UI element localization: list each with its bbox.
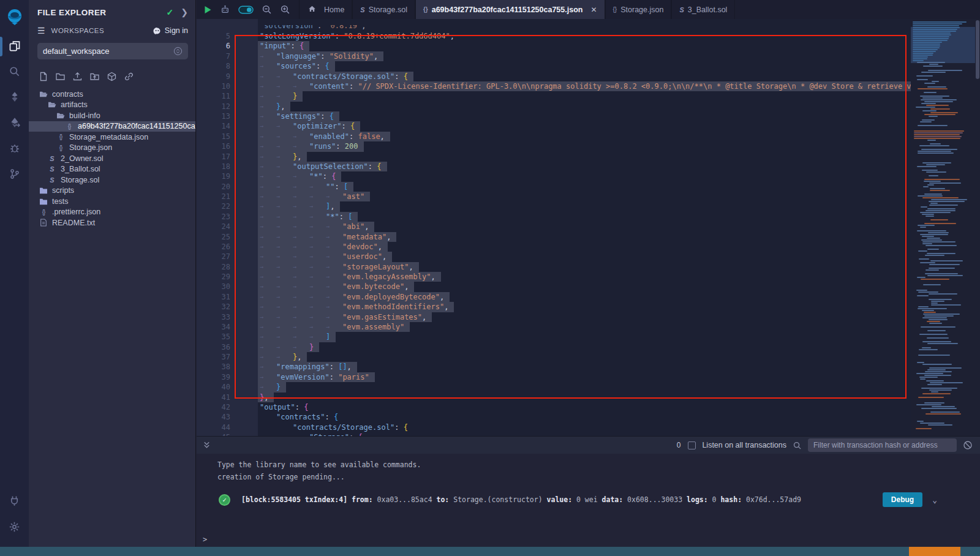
tree-item-3-ballot-sol[interactable]: S3_Ballot.sol — [29, 164, 195, 175]
code-line-39[interactable]: 39→"evmVersion": "paris" — [197, 372, 980, 382]
tree-item-scripts[interactable]: scripts — [29, 186, 195, 197]
code-line-41[interactable]: 41}, — [197, 393, 980, 402]
tree-item-tests[interactable]: tests — [29, 196, 195, 207]
code-line-22[interactable]: 22→→→→], — [197, 201, 980, 211]
line-content: →→→→→"devdoc", — [230, 242, 388, 252]
tree-item-a69b43f277ba20fcac141151250ca7-[interactable]: { }a69b43f277ba20fcac141151250ca7... — [29, 121, 195, 132]
new-folder-icon[interactable] — [55, 72, 66, 81]
file-explorer-icon[interactable] — [0, 36, 29, 56]
code-line-43[interactable]: 43"contracts": { — [197, 412, 980, 422]
code-line-26[interactable]: 26→→→→→"devdoc", — [197, 242, 980, 252]
tx-expand-chevron-icon[interactable]: ⌄ — [932, 495, 937, 505]
code-line-35[interactable]: 35→→→→] — [197, 332, 980, 342]
transaction-row[interactable]: ✓ [block:5583405 txIndex:4] from: 0xa03.… — [197, 492, 980, 507]
code-line-8[interactable]: 8→"sources": { — [197, 61, 980, 71]
code-line-27[interactable]: 27→→→→→"userdoc", — [197, 252, 980, 261]
close-tab-icon[interactable]: ✕ — [590, 6, 597, 14]
chevron-right-icon[interactable]: ❯ — [181, 7, 188, 17]
code-lines[interactable]: "solcVersion": "0.8.19",5"solcLongVersio… — [197, 25, 980, 436]
scrollbar-thumb[interactable] — [976, 20, 979, 79]
code-line-19[interactable]: 19→→→"*": { — [197, 171, 980, 181]
code-line-15[interactable]: 15→→→"enabled": false, — [197, 132, 980, 141]
code-line-9[interactable]: 9→→"contracts/Storage.sol": { — [197, 72, 980, 81]
code-line-6[interactable]: 6"input": { — [197, 41, 980, 51]
code-line-23[interactable]: 23→→→→"*": [ — [197, 212, 980, 222]
tree-item-2-owner-sol[interactable]: S2_Owner.sol — [29, 153, 195, 164]
tree-item-contracts[interactable]: contracts — [29, 89, 195, 100]
code-line-20[interactable]: 20→→→→"": [ — [197, 182, 980, 192]
plugin-manager-icon[interactable] — [0, 490, 29, 511]
settings-gear-icon[interactable] — [0, 516, 29, 537]
code-line-44[interactable]: 44"contracts/Storage.sol": { — [197, 423, 980, 432]
tab-storage-json[interactable]: {}Storage.json — [605, 0, 672, 19]
code-line-25[interactable]: 25→→→→→"metadata", — [197, 232, 980, 242]
hamburger-menu-icon[interactable]: ☰ — [37, 26, 45, 36]
code-line-16[interactable]: 16→→→"runs": 200 — [197, 141, 980, 151]
editor-scrollbar[interactable] — [975, 19, 980, 436]
code-line-10[interactable]: 10→→→"content": "// SPDX-License-Identif… — [197, 81, 980, 91]
code-line-36[interactable]: 36→→→} — [197, 342, 980, 352]
tree-item-storage-metadata-json[interactable]: { }Storage_metadata.json — [29, 132, 195, 143]
debugger-icon[interactable] — [0, 138, 29, 159]
clear-console-icon[interactable] — [963, 440, 973, 450]
code-line-13[interactable]: 13→"settings": { — [197, 111, 980, 121]
tab-storage-sol[interactable]: SStorage.sol — [352, 0, 415, 19]
tab-whitespace-icon: → — [260, 272, 276, 282]
tree-item--prettierrc-json[interactable]: { }.prettierrc.json — [29, 207, 195, 218]
code-line-14[interactable]: 14→→"optimizer": { — [197, 121, 980, 131]
zoom-out-icon[interactable] — [262, 4, 272, 15]
code-line-24[interactable]: 24→→→→→"abi", — [197, 222, 980, 231]
remix-ai-robot-icon[interactable] — [220, 4, 230, 15]
tree-item-storage-json[interactable]: { }Storage.json — [29, 143, 195, 154]
copilot-toggle[interactable] — [238, 5, 254, 15]
tab-3-ballot-sol[interactable]: S3_Ballot.sol — [671, 0, 735, 19]
code-line-30[interactable]: 30→→→→→"evm.bytecode", — [197, 282, 980, 291]
code-line-5[interactable]: 5"solcLongVersion": "0.8.19+commit.7dd6d… — [197, 31, 980, 41]
new-file-icon[interactable] — [39, 72, 48, 81]
code-line-11[interactable]: 11→→} — [197, 91, 980, 101]
code-line-32[interactable]: 32→→→→→"evm.methodIdentifiers", — [197, 302, 980, 312]
code-line-4[interactable]: "solcVersion": "0.8.19", — [197, 25, 980, 31]
code-line-33[interactable]: 33→→→→→"evm.gasEstimates", — [197, 312, 980, 322]
code-editor[interactable]: "solcVersion": "0.8.19",5"solcLongVersio… — [197, 19, 980, 436]
code-line-7[interactable]: 7→"language": "Solidity", — [197, 51, 980, 61]
code-line-34[interactable]: 34→→→→→"evm.assembly" — [197, 322, 980, 332]
tree-item-build-info[interactable]: build-info — [29, 110, 195, 121]
code-line-38[interactable]: 38→"remappings": [], — [197, 362, 980, 372]
upload-file-icon[interactable] — [72, 72, 83, 81]
tree-item-storage-sol[interactable]: SStorage.sol — [29, 175, 195, 186]
debug-button[interactable]: Debug — [883, 492, 922, 507]
code-line-28[interactable]: 28→→→→→"storageLayout", — [197, 262, 980, 272]
code-line-37[interactable]: 37→→}, — [197, 352, 980, 362]
tree-item-artifacts[interactable]: artifacts — [29, 100, 195, 111]
code-line-17[interactable]: 17→→}, — [197, 152, 980, 162]
link-icon[interactable] — [124, 72, 134, 81]
run-script-play-icon[interactable] — [204, 6, 212, 14]
code-line-29[interactable]: 29→→→→→"evm.legacyAssembly", — [197, 272, 980, 282]
code-line-18[interactable]: 18→→"outputSelection": { — [197, 162, 980, 171]
remix-logo-icon[interactable] — [0, 6, 29, 27]
minimap[interactable] — [911, 19, 975, 436]
search-icon[interactable] — [0, 61, 29, 81]
upload-folder-icon[interactable] — [89, 72, 100, 81]
git-icon[interactable] — [0, 163, 29, 184]
solidity-compiler-icon[interactable] — [0, 86, 29, 107]
terminal-prompt[interactable]: > — [203, 535, 207, 544]
listen-all-checkbox[interactable] — [688, 441, 696, 449]
tree-item-readme-txt[interactable]: README.txt — [29, 217, 195, 228]
code-line-21[interactable]: 21→→→→→"ast" — [197, 192, 980, 201]
code-line-31[interactable]: 31→→→→→"evm.deployedBytecode", — [197, 292, 980, 302]
terminal-search-icon[interactable] — [793, 441, 802, 450]
workspace-dropdown[interactable]: default_workspace — [37, 43, 188, 59]
cube-icon[interactable] — [107, 72, 117, 81]
zoom-in-icon[interactable] — [280, 4, 290, 15]
sign-in-button[interactable]: Sign in — [153, 26, 188, 35]
tab-a69b43f277ba20fcac141151250ca755-json[interactable]: {}a69b43f277ba20fcac141151250ca755.json✕ — [415, 0, 605, 19]
code-line-12[interactable]: 12→}, — [197, 102, 980, 111]
tab-home[interactable]: Home — [299, 0, 352, 19]
code-line-42[interactable]: 42"output": { — [197, 402, 980, 412]
deploy-and-run-icon[interactable] — [0, 112, 29, 133]
transaction-filter-input[interactable] — [808, 438, 957, 452]
expand-terminal-icon[interactable] — [203, 441, 211, 449]
code-line-40[interactable]: 40→} — [197, 382, 980, 392]
